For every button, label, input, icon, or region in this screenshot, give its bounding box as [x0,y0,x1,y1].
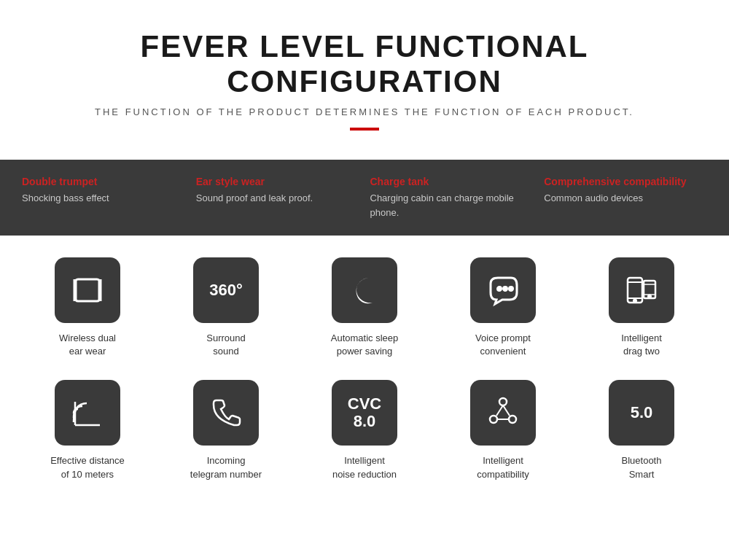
svg-rect-0 [75,279,100,301]
icon-box-distance [55,380,120,446]
svg-point-4 [504,287,507,291]
icon-item-distance: Effective distanceof 10 meters [29,380,146,481]
compatibility-icon [483,393,523,432]
svg-line-20 [503,405,510,416]
cvc-icon: CVC8.0 [348,395,381,430]
icon-item-bluetooth: 5.0 BluetoothSmart [583,380,700,481]
icon-box-dual-ear [55,257,120,323]
feature-banner: Double trumpet Shocking bass effect Ear … [0,160,729,236]
red-divider [350,128,379,131]
feature-item-3: Comprehensive compatibility Common audio… [533,176,707,219]
svg-point-3 [498,287,502,291]
icon-label-distance: Effective distanceof 10 meters [50,454,125,481]
icon-box-sleep [332,257,397,323]
feature-item-2: Charge tank Charging cabin can charge mo… [359,176,534,219]
icon-box-phone [193,380,259,446]
icon-item-compatibility: Intelligentcompatibility [445,380,561,481]
feature-item-0: Double trumpet Shocking bass effect [22,176,185,219]
icon-label-compatibility: Intelligentcompatibility [477,454,529,481]
icons-section: Wireless dualear wear 360° Surroundsound… [0,236,729,525]
feature-title-1: Ear style wear [196,176,348,187]
svg-point-5 [510,287,513,291]
icon-label-360: Surroundsound [206,332,245,358]
dual-ear-icon [68,271,107,310]
icons-row-1: Wireless dualear wear 360° Surroundsound… [29,257,700,358]
icon-box-voice [470,257,536,323]
feature-title-0: Double trumpet [22,176,174,187]
header-section: FEVER LEVEL FUNCTIONAL CONFIGURATION THE… [0,0,729,145]
icon-item-dual-ear: Wireless dualear wear [29,257,146,358]
icon-item-360: 360° Surroundsound [168,257,284,358]
bluetooth-icon: 5.0 [631,404,653,421]
icon-label-bluetooth: BluetoothSmart [622,454,662,481]
icon-box-cvc: CVC8.0 [332,380,397,446]
icon-label-sleep: Automatic sleeppower saving [331,332,399,358]
feature-desc-0: Shocking bass effect [22,191,174,206]
icon-label-devices: Intelligentdrag two [621,332,662,358]
feature-title-3: Comprehensive compatibility [544,176,696,187]
icon-box-compatibility [470,380,536,446]
icon-label-dual-ear: Wireless dualear wear [59,332,116,358]
svg-point-16 [499,398,507,405]
svg-point-17 [490,416,497,423]
icon-box-devices [609,257,674,323]
icon-label-phone: Incomingtelegram number [190,454,262,481]
icon-item-devices: Intelligentdrag two [583,257,700,358]
icons-row-2: Effective distanceof 10 meters Incomingt… [29,380,700,481]
360-icon: 360° [209,281,243,299]
devices-icon [622,271,661,310]
icon-item-cvc: CVC8.0 Intelligentnoise reduction [306,380,423,481]
feature-item-1: Ear style wear Sound proof and leak proo… [185,176,359,219]
svg-point-13 [649,295,651,298]
svg-point-18 [509,416,516,423]
phone-icon [206,393,246,432]
feature-desc-3: Common audio devices [544,191,696,206]
icon-item-phone: Incomingtelegram number [168,380,284,481]
feature-desc-1: Sound proof and leak proof. [196,191,348,206]
icon-item-voice: Voice promptconvenient [445,257,561,358]
icon-item-sleep: Automatic sleeppower saving [306,257,423,358]
sleep-icon [345,271,384,310]
svg-line-19 [496,405,503,416]
icon-box-360: 360° [193,257,259,323]
main-title: FEVER LEVEL FUNCTIONAL CONFIGURATION [15,29,714,99]
feature-title-2: Charge tank [370,176,523,187]
svg-point-9 [634,300,636,302]
icon-label-voice: Voice promptconvenient [475,332,531,358]
distance-icon [68,393,107,432]
icon-label-cvc: Intelligentnoise reduction [332,454,397,481]
voice-icon [483,271,523,310]
feature-desc-2: Charging cabin can charge mobile phone. [370,191,523,219]
subtitle: THE FUNCTION OF THE PRODUCT DETERMINES T… [15,106,714,117]
icon-box-bluetooth: 5.0 [609,380,674,446]
